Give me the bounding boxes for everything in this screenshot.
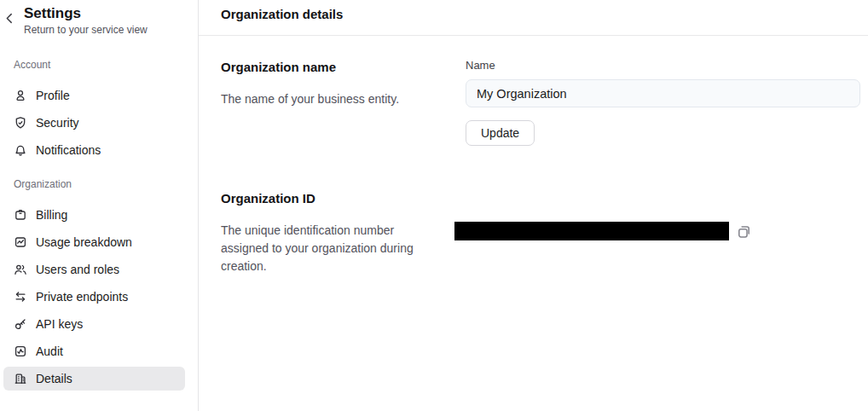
sidebar-item-label: Notifications [36,143,101,157]
org-name-form: Name Update [466,59,860,146]
copy-button[interactable] [736,223,753,240]
org-id-value-area [466,190,860,240]
building-icon [14,372,27,385]
main-panel: Organization details Organization name T… [199,0,868,411]
activity-box-icon [14,344,27,358]
sidebar-item-usage-breakdown[interactable]: Usage breakdown [3,230,185,254]
org-id-description: The unique identification number assigne… [221,222,436,275]
sidebar-item-label: Audit [36,344,63,358]
sidebar-item-label: Private endpoints [36,290,128,304]
settings-sidebar: Settings Return to your service view Acc… [0,0,199,411]
shield-check-icon [14,116,27,130]
org-id-redacted-value [454,222,729,240]
sidebar-item-label: Users and roles [36,263,119,276]
chart-box-icon [14,235,27,249]
sidebar-item-profile[interactable]: Profile [3,84,185,107]
sidebar-item-label: Billing [36,208,67,222]
sidebar-item-notifications[interactable]: Notifications [3,138,185,162]
org-id-heading: Organization ID [221,190,466,206]
sidebar-item-users-and-roles[interactable]: Users and roles [3,258,185,281]
page-title: Organization details [221,7,343,21]
sidebar-item-label: Profile [36,89,70,102]
sidebar-title: Settings [24,4,184,22]
section-label-organization: Organization [14,178,184,190]
main-header: Organization details [199,0,868,36]
sidebar-item-details[interactable]: Details [3,367,185,391]
bell-icon [14,143,27,157]
org-name-description: The name of your business entity. [221,90,436,108]
main-content: Organization name The name of your busin… [199,36,868,275]
sidebar-item-label: Security [36,116,79,130]
sidebar-item-api-keys[interactable]: API keys [3,312,185,336]
section-label-account: Account [14,59,184,71]
back-button[interactable] [3,11,17,26]
chevron-left-icon [3,11,17,26]
sidebar-item-security[interactable]: Security [3,111,185,135]
sidebar-item-label: Usage breakdown [36,235,132,249]
sidebar-header: Settings Return to your service view [0,0,198,37]
sidebar-item-label: API keys [36,317,83,331]
org-name-section-info: Organization name The name of your busin… [221,59,466,108]
org-name-input[interactable] [466,79,860,107]
update-button[interactable]: Update [466,120,535,146]
org-name-heading: Organization name [221,59,466,75]
key-icon [14,317,27,331]
sidebar-item-label: Details [36,372,72,385]
org-id-section: Organization ID The unique identificatio… [221,190,860,275]
sidebar-item-private-endpoints[interactable]: Private endpoints [3,285,185,309]
settings-page: Settings Return to your service view Acc… [0,0,868,411]
org-id-value-row [454,222,860,240]
user-icon [14,89,27,102]
name-field-label: Name [466,59,860,72]
sidebar-item-billing[interactable]: Billing [3,203,185,227]
sidebar-subtitle: Return to your service view [24,24,184,37]
org-id-section-info: Organization ID The unique identificatio… [221,190,466,275]
sidebar-nav: Account Profile Security Notifications [0,59,198,391]
org-name-section: Organization name The name of your busin… [221,59,860,146]
swap-arrows-icon [14,290,27,304]
users-icon [14,263,27,276]
wallet-icon [14,208,27,222]
copy-icon [736,223,753,240]
sidebar-item-audit[interactable]: Audit [3,339,185,363]
